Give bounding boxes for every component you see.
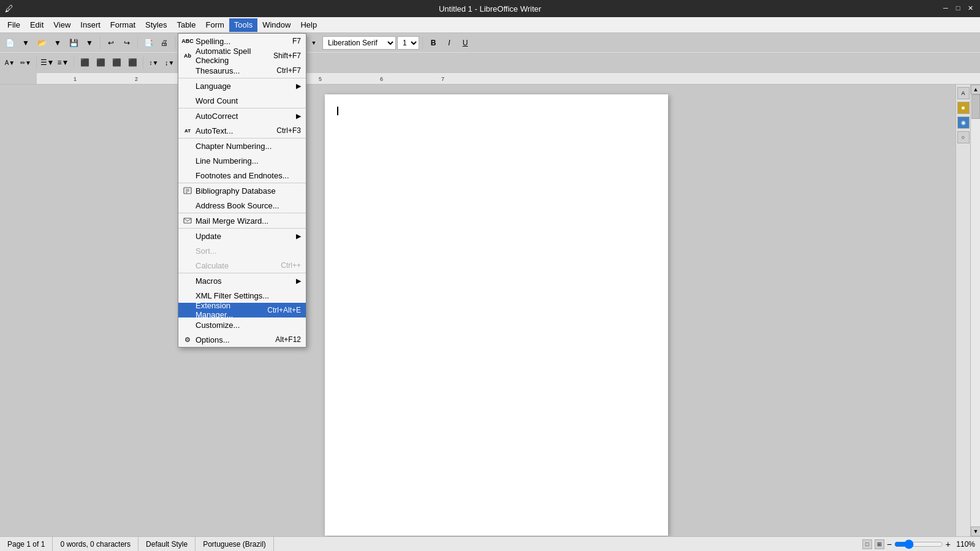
bibliography-item[interactable]: Bibliography Database <box>178 183 306 198</box>
auto-spell-item[interactable]: Ab Automatic Spell Checking Shift+F7 <box>178 48 306 63</box>
language-item[interactable]: Language ▶ <box>178 78 306 93</box>
customize-icon <box>182 319 193 330</box>
word-count-label: Word Count <box>196 96 238 105</box>
menu-group-language: Language ▶ Word Count <box>178 78 306 108</box>
calculate-shortcut: Ctrl++ <box>281 261 301 270</box>
auto-spell-shortcut: Shift+F7 <box>273 51 301 60</box>
macros-item[interactable]: Macros ▶ <box>178 273 306 288</box>
customize-label: Customize... <box>196 321 240 330</box>
calculate-item: Calculate Ctrl++ <box>178 258 306 273</box>
word-count-item[interactable]: Word Count <box>178 93 306 108</box>
extension-manager-shortcut: Ctrl+Alt+E <box>267 306 301 314</box>
footnotes-icon <box>182 170 193 181</box>
update-arrow: ▶ <box>296 232 301 240</box>
options-item[interactable]: ⚙ Options... Alt+F12 <box>178 332 306 347</box>
spelling-shortcut: F7 <box>292 37 301 45</box>
spelling-icon: ABC <box>182 36 193 47</box>
extension-manager-icon <box>182 305 193 316</box>
macros-label: Macros <box>196 276 222 286</box>
extension-manager-item[interactable]: Extension Manager... Ctrl+Alt+E <box>178 303 306 317</box>
autocorrect-icon <box>182 110 193 121</box>
bibliography-icon <box>182 185 193 196</box>
chapter-numbering-item[interactable]: Chapter Numbering... <box>178 139 306 153</box>
line-numbering-item[interactable]: Line Numbering... <box>178 153 306 168</box>
autocorrect-item[interactable]: AutoCorrect ▶ <box>178 108 306 123</box>
menu-group-numbering: Chapter Numbering... Line Numbering... F… <box>178 139 306 183</box>
calculate-icon <box>182 260 193 271</box>
thesaurus-icon <box>182 65 193 76</box>
customize-item[interactable]: Customize... <box>178 317 306 332</box>
spelling-label: Spelling... <box>196 37 230 46</box>
tools-dropdown-menu: ABC Spelling... F7 Ab Automatic Spell Ch… <box>178 33 306 348</box>
auto-spell-icon: Ab <box>182 50 193 61</box>
sort-item: Sort... <box>178 243 306 258</box>
line-numbering-icon <box>182 155 193 166</box>
address-book-label: Address Book Source... <box>196 201 279 210</box>
menu-group-bibliography: Bibliography Database Address Book Sourc… <box>178 183 306 213</box>
menu-group-autocorrect: AutoCorrect ▶ AT AutoText... Ctrl+F3 <box>178 108 306 139</box>
thesaurus-shortcut: Ctrl+F7 <box>276 66 301 75</box>
update-icon <box>182 230 193 241</box>
macros-icon <box>182 275 193 286</box>
footnotes-item[interactable]: Footnotes and Endnotes... <box>178 168 306 183</box>
xml-filter-icon <box>182 290 193 301</box>
autotext-shortcut: Ctrl+F3 <box>276 126 301 135</box>
update-item[interactable]: Update ▶ <box>178 229 306 243</box>
mail-merge-icon <box>182 215 193 226</box>
chapter-numbering-label: Chapter Numbering... <box>196 142 272 151</box>
thesaurus-label: Thesaurus... <box>196 66 240 75</box>
macros-arrow: ▶ <box>296 277 301 285</box>
language-icon <box>182 80 193 91</box>
autocorrect-arrow: ▶ <box>296 112 301 120</box>
language-label: Language <box>196 82 231 91</box>
auto-spell-label: Automatic Spell Checking <box>196 47 273 65</box>
mail-merge-item[interactable]: Mail Merge Wizard... <box>178 213 306 228</box>
footnotes-label: Footnotes and Endnotes... <box>196 171 289 180</box>
options-icon: ⚙ <box>182 334 193 345</box>
menu-group-update: Update ▶ Sort... Calculate Ctrl++ <box>178 229 306 273</box>
menu-group-mail-merge: Mail Merge Wizard... <box>178 213 306 229</box>
xml-filter-label: XML Filter Settings... <box>196 291 269 300</box>
sort-label: Sort... <box>196 246 217 256</box>
menu-group-spelling: ABC Spelling... F7 Ab Automatic Spell Ch… <box>178 34 306 78</box>
sort-icon <box>182 245 193 256</box>
address-book-icon <box>182 200 193 211</box>
options-label: Options... <box>196 335 230 344</box>
thesaurus-item[interactable]: Thesaurus... Ctrl+F7 <box>178 63 306 78</box>
language-arrow: ▶ <box>296 82 301 90</box>
extension-manager-label: Extension Manager... <box>196 301 267 319</box>
chapter-numbering-icon <box>182 140 193 151</box>
update-label: Update <box>196 232 221 241</box>
bibliography-label: Bibliography Database <box>196 186 276 196</box>
mail-merge-label: Mail Merge Wizard... <box>196 216 268 226</box>
menu-group-macros: Macros ▶ XML Filter Settings... Extensio… <box>178 273 306 347</box>
menu-overlay[interactable] <box>0 0 980 551</box>
calculate-label: Calculate <box>196 261 229 270</box>
address-book-item[interactable]: Address Book Source... <box>178 198 306 213</box>
autotext-icon: AT <box>182 125 193 136</box>
autotext-label: AutoText... <box>196 126 233 135</box>
word-count-icon <box>182 95 193 106</box>
autotext-item[interactable]: AT AutoText... Ctrl+F3 <box>178 123 306 138</box>
autocorrect-label: AutoCorrect <box>196 112 238 121</box>
line-numbering-label: Line Numbering... <box>196 156 259 165</box>
options-shortcut: Alt+F12 <box>275 335 301 344</box>
